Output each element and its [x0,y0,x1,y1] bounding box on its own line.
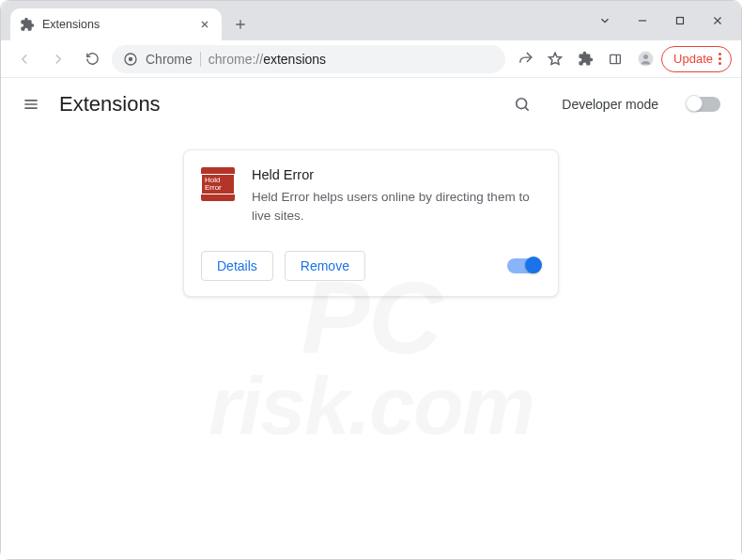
developer-mode-toggle[interactable] [687,97,720,112]
side-panel-icon[interactable] [601,45,629,73]
browser-toolbar: Chrome chrome://extensions Update [1,40,741,78]
chrome-icon [123,52,138,67]
svg-rect-3 [611,54,621,63]
extension-card: Hold Error Held Error Held Error helps u… [183,149,559,297]
extension-logo: Hold Error [201,167,235,201]
svg-rect-0 [677,18,684,24]
svg-point-2 [129,56,132,60]
puzzle-icon [20,17,35,32]
extension-description: Held Error helps users online by directi… [252,188,541,225]
address-bar[interactable]: Chrome chrome://extensions [112,45,505,73]
share-icon[interactable] [511,45,539,73]
maximize-button[interactable] [662,7,698,35]
details-button[interactable]: Details [201,251,273,281]
extensions-header: Extensions Developer mode [1,78,741,131]
omnibox-separator [200,52,201,67]
site-chip-label: Chrome [146,52,193,67]
menu-icon[interactable] [22,95,40,114]
new-tab-button[interactable] [227,11,254,38]
page-title: Extensions [59,92,494,117]
update-label: Update [673,52,713,66]
close-window-button[interactable] [700,7,735,35]
url-text: chrome://extensions [209,52,326,67]
close-tab-button[interactable] [197,17,212,32]
toolbar-icons: Update [511,45,732,73]
profile-avatar-icon[interactable] [631,45,659,73]
page-content: PC risk.com Extensions Developer mode Ho… [1,78,741,559]
tabs-dropdown-button[interactable] [587,7,623,35]
back-button[interactable] [10,45,39,73]
toggle-knob [686,95,703,112]
browser-tab[interactable]: Extensions [10,8,222,40]
developer-mode-label: Developer mode [562,97,658,112]
kebab-menu-icon [719,53,721,65]
reload-button[interactable] [78,45,106,73]
update-button[interactable]: Update [661,46,732,72]
titlebar: Extensions [1,1,741,40]
search-icon[interactable] [513,95,532,114]
forward-button[interactable] [44,45,72,73]
svg-point-5 [643,54,648,59]
extension-enabled-toggle[interactable] [507,258,541,273]
extensions-puzzle-icon[interactable] [571,45,599,73]
browser-window: Extensions [0,0,742,560]
window-controls [587,1,735,40]
extension-logo-text: Hold Error [201,174,235,194]
svg-point-6 [517,99,527,109]
toggle-knob [525,257,542,273]
tab-title: Extensions [42,18,190,31]
remove-button[interactable]: Remove [285,251,365,281]
extensions-list: Hold Error Held Error Held Error helps u… [1,131,741,316]
bookmark-star-icon[interactable] [541,45,569,73]
extension-name: Held Error [252,167,541,182]
minimize-button[interactable] [625,7,660,35]
